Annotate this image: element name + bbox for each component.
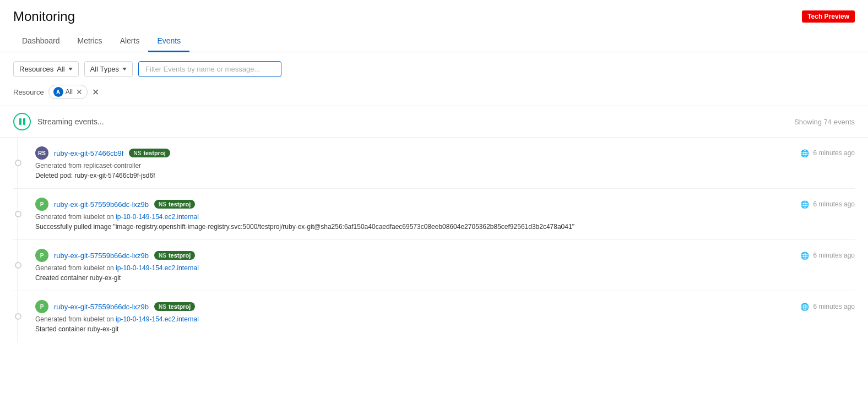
event-time: 6 minutes ago <box>813 200 855 208</box>
globe-icon: 🌐 <box>800 252 809 260</box>
table-row: P ruby-ex-git-57559b66dc-lxz9b NS testpr… <box>13 291 855 342</box>
chip-remove-icon[interactable]: ✕ <box>76 88 83 96</box>
tab-metrics[interactable]: Metrics <box>69 31 111 52</box>
tab-dashboard[interactable]: Dashboard <box>13 31 69 52</box>
table-row: P ruby-ex-git-57559b66dc-lxz9b NS testpr… <box>13 189 855 240</box>
ns-badge: NS testproj <box>154 200 195 209</box>
event-name-link[interactable]: ruby-ex-git-57559b66dc-lxz9b <box>54 200 149 209</box>
events-timeline: RS ruby-ex-git-57466cb9f NS testproj 🌐 6… <box>0 138 868 342</box>
globe-icon: 🌐 <box>800 303 809 311</box>
event-time: 6 minutes ago <box>813 252 855 259</box>
ns-badge: NS testproj <box>154 251 195 260</box>
ns-value: testproj <box>169 252 191 259</box>
tech-preview-badge: Tech Preview <box>802 10 855 23</box>
showing-text: Showing 74 events <box>794 118 855 126</box>
event-message: Successfully pulled image "image-registr… <box>35 223 855 231</box>
globe-icon: 🌐 <box>800 149 809 157</box>
event-time: 6 minutes ago <box>813 303 855 310</box>
streaming-bar: Streaming events... Showing 74 events <box>0 106 868 138</box>
event-name-link[interactable]: ruby-ex-git-57559b66dc-lxz9b <box>54 252 149 260</box>
source-link[interactable]: ip-10-0-149-154.ec2.internal <box>116 213 199 221</box>
resources-value: All <box>57 65 64 73</box>
filter-input[interactable] <box>138 61 281 77</box>
source-link[interactable]: ip-10-0-149-154.ec2.internal <box>116 264 199 272</box>
event-name-link[interactable]: ruby-ex-git-57466cb9f <box>54 149 123 157</box>
types-dropdown[interactable]: All Types <box>84 61 133 77</box>
chip-label: All <box>66 88 73 96</box>
resource-badge-rs: RS <box>35 146 48 160</box>
types-dropdown-arrow <box>122 68 127 70</box>
resources-dropdown-arrow <box>68 68 73 70</box>
filter-label: Resource <box>13 88 44 96</box>
globe-icon: 🌐 <box>800 200 809 209</box>
event-message: Deleted pod: ruby-ex-git-57466cb9f-jsd6f <box>35 172 855 179</box>
types-value: All Types <box>90 65 120 73</box>
event-source: Generated from kubelet on ip-10-0-149-15… <box>35 264 855 272</box>
timeline-dot <box>15 313 21 320</box>
resource-badge-p: P <box>35 249 48 262</box>
table-row: P ruby-ex-git-57559b66dc-lxz9b NS testpr… <box>13 240 855 291</box>
streaming-text: Streaming events... <box>37 117 104 126</box>
event-message: Created container ruby-ex-git <box>35 274 855 282</box>
timeline-dot <box>15 160 21 166</box>
pause-icon <box>19 118 25 125</box>
event-source: Generated from kubelet on ip-10-0-149-15… <box>35 315 855 323</box>
event-message: Started container ruby-ex-git <box>35 325 855 333</box>
event-source: Generated from kubelet on ip-10-0-149-15… <box>35 213 855 221</box>
ns-value: testproj <box>143 150 165 156</box>
ns-badge: NS testproj <box>129 149 170 157</box>
ns-value: testproj <box>169 201 191 207</box>
source-link[interactable]: ip-10-0-149-154.ec2.internal <box>116 315 199 323</box>
chip-icon: A <box>53 87 63 97</box>
toolbar: Resources All All Types <box>0 52 868 83</box>
resources-label: Resources <box>19 65 53 73</box>
filter-chip: A All ✕ <box>48 85 88 99</box>
pause-button[interactable] <box>13 113 31 130</box>
tab-alerts[interactable]: Alerts <box>111 31 149 52</box>
page-title: Monitoring <box>13 9 75 24</box>
timeline-dot <box>15 262 21 269</box>
event-name-link[interactable]: ruby-ex-git-57559b66dc-lxz9b <box>54 303 149 311</box>
timeline-dot <box>15 211 21 217</box>
filter-row: Resource A All ✕ ✕ <box>0 83 868 106</box>
ns-badge: NS testproj <box>154 302 195 311</box>
resource-badge-p: P <box>35 198 48 211</box>
resource-badge-p: P <box>35 300 48 313</box>
tab-events[interactable]: Events <box>148 31 189 52</box>
resources-dropdown[interactable]: Resources All <box>13 61 79 77</box>
event-time: 6 minutes ago <box>813 149 855 157</box>
tabs-nav: Dashboard Metrics Alerts Events <box>0 31 868 52</box>
filter-clear-button[interactable]: ✕ <box>92 87 99 97</box>
table-row: RS ruby-ex-git-57466cb9f NS testproj 🌐 6… <box>13 138 855 189</box>
event-source: Generated from replicaset-controller <box>35 162 855 170</box>
ns-value: testproj <box>169 303 191 310</box>
